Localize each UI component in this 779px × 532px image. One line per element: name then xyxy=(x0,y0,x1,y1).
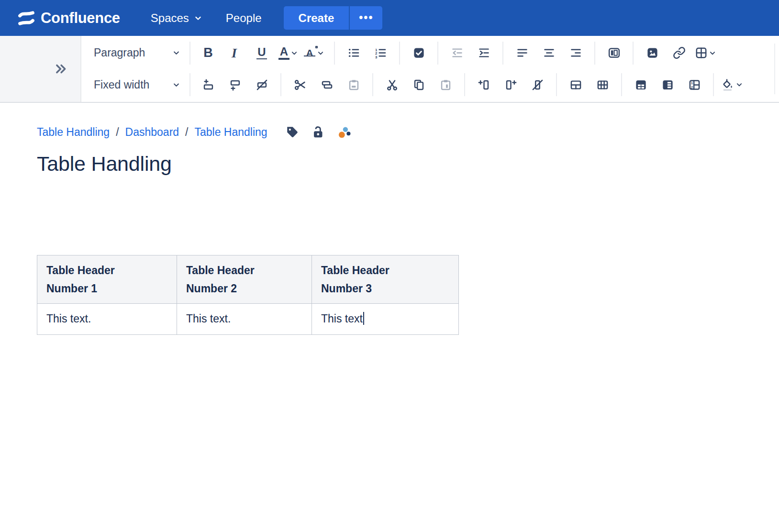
bold-button[interactable]: B xyxy=(197,42,219,64)
toolbar-separator xyxy=(464,73,465,96)
align-left-button[interactable] xyxy=(511,42,533,64)
bullet-list-button[interactable] xyxy=(343,42,365,64)
toolbar-row2-groups: 12 xyxy=(197,73,744,96)
double-chevron-right-icon xyxy=(54,63,68,75)
text-caret xyxy=(363,312,365,325)
outdent-button[interactable] xyxy=(446,42,468,64)
toolbar-rows: Paragraph BIUAA123 Fixed width 12 xyxy=(81,36,779,102)
paste-icon xyxy=(439,78,452,91)
insert-link-button[interactable] xyxy=(668,42,690,64)
heading-column-button[interactable] xyxy=(657,74,679,96)
insert-image-icon xyxy=(646,46,659,59)
insert-column-after-button[interactable] xyxy=(500,74,522,96)
copy-button[interactable] xyxy=(408,74,430,96)
merge-cells-button[interactable] xyxy=(565,74,587,96)
toolbar-separator xyxy=(556,73,557,96)
svg-text:3: 3 xyxy=(375,55,378,59)
indent-icon xyxy=(478,46,490,59)
app-status-button[interactable] xyxy=(337,126,352,139)
chevron-down-icon xyxy=(172,48,181,57)
chevron-down-icon xyxy=(316,49,325,57)
remove-column-button[interactable] xyxy=(526,74,548,96)
create-more-button[interactable]: ••• xyxy=(350,6,382,30)
indent-button[interactable] xyxy=(473,42,495,64)
more-formatting-button[interactable]: A xyxy=(304,42,326,64)
table-header-cell[interactable]: Table Header Number 2 xyxy=(177,255,312,304)
paragraph-style-dropdown[interactable]: Paragraph xyxy=(92,46,183,59)
text-color-button[interactable]: A xyxy=(278,42,300,64)
breadcrumb-link-dashboard[interactable]: Dashboard xyxy=(125,126,179,139)
toolbar-separator xyxy=(502,42,503,65)
heading-column-icon xyxy=(661,78,674,91)
labels-button[interactable] xyxy=(286,126,299,139)
label-tag-icon xyxy=(286,126,299,139)
nav-people-label: People xyxy=(226,11,262,25)
cell-text: This text. xyxy=(186,312,231,325)
restrictions-button[interactable] xyxy=(312,126,324,139)
heading-row-button[interactable] xyxy=(630,74,652,96)
copy-row-button[interactable] xyxy=(316,74,338,96)
copy-icon xyxy=(412,78,425,91)
toolbar-separator xyxy=(621,73,622,96)
toolbar-row1-groups: BIUAA123 xyxy=(197,42,717,65)
table-width-dropdown[interactable]: Fixed width xyxy=(92,78,183,91)
underline-icon: U xyxy=(256,46,267,59)
remove-row-button[interactable] xyxy=(251,74,273,96)
insert-table-button[interactable] xyxy=(695,42,717,64)
italic-button[interactable]: I xyxy=(224,42,246,64)
nav-spaces[interactable]: Spaces xyxy=(139,0,214,36)
page-layout-button[interactable] xyxy=(603,42,625,64)
create-button[interactable]: Create xyxy=(284,6,349,30)
toolbar-separator xyxy=(189,73,190,96)
table-header-row: Table Header Number 1 Table Header Numbe… xyxy=(37,255,459,304)
numbering-column-icon: 12 xyxy=(688,78,701,91)
toolbar-separator xyxy=(189,42,190,65)
cut-row-button[interactable] xyxy=(289,74,311,96)
outdent-icon xyxy=(451,46,464,59)
split-cells-button[interactable] xyxy=(591,74,613,96)
table-cell[interactable]: This text xyxy=(312,304,459,335)
page-title[interactable]: Table Handling xyxy=(37,152,779,176)
align-right-button[interactable] xyxy=(565,42,587,64)
numbered-list-icon: 123 xyxy=(374,46,387,59)
cut-icon xyxy=(386,78,399,91)
align-center-button[interactable] xyxy=(538,42,560,64)
table-cell[interactable]: This text. xyxy=(37,304,177,335)
underline-button[interactable]: U xyxy=(251,42,273,64)
confluence-home-link[interactable]: Confluence xyxy=(17,10,120,27)
toolbar-separator xyxy=(372,73,373,96)
toolbar-row-1: Paragraph BIUAA123 xyxy=(92,38,779,68)
cut-button[interactable] xyxy=(381,74,403,96)
content-table: Table Header Number 1 Table Header Numbe… xyxy=(37,255,459,335)
split-cells-icon xyxy=(596,78,609,91)
table-header-cell[interactable]: Table Header Number 3 xyxy=(312,255,459,304)
expand-sidebar-button[interactable] xyxy=(53,62,69,76)
insert-link-icon xyxy=(673,46,686,59)
table-cell[interactable]: This text. xyxy=(177,304,312,335)
numbered-list-button[interactable]: 123 xyxy=(369,42,391,64)
insert-column-after-icon xyxy=(504,78,517,91)
toolbar-row-2: Fixed width 12 xyxy=(92,70,779,100)
nav-people[interactable]: People xyxy=(214,0,273,36)
breadcrumb-link-space[interactable]: Table Handling xyxy=(37,126,110,139)
insert-row-above-button[interactable] xyxy=(197,74,219,96)
task-list-icon xyxy=(412,46,425,59)
insert-column-before-button[interactable] xyxy=(473,74,495,96)
paste-row-button[interactable] xyxy=(343,74,365,96)
chevron-down-icon xyxy=(290,49,299,57)
remove-column-icon xyxy=(531,78,544,91)
task-list-button[interactable] xyxy=(408,42,430,64)
paste-button[interactable] xyxy=(434,74,456,96)
insert-row-below-button[interactable] xyxy=(224,74,246,96)
text-color-icon: A xyxy=(278,46,289,60)
breadcrumb-link-page[interactable]: Table Handling xyxy=(194,126,267,139)
cut-row-icon xyxy=(294,78,307,91)
unlock-icon xyxy=(312,126,324,139)
numbering-column-button[interactable]: 12 xyxy=(683,74,705,96)
cell-text: This text. xyxy=(46,312,91,325)
editor-toolbar: Paragraph BIUAA123 Fixed width 12 xyxy=(0,36,779,103)
insert-image-button[interactable] xyxy=(641,42,663,64)
paragraph-style-label: Paragraph xyxy=(94,46,145,59)
table-header-cell[interactable]: Table Header Number 1 xyxy=(37,255,177,304)
cell-color-button[interactable] xyxy=(722,74,744,96)
